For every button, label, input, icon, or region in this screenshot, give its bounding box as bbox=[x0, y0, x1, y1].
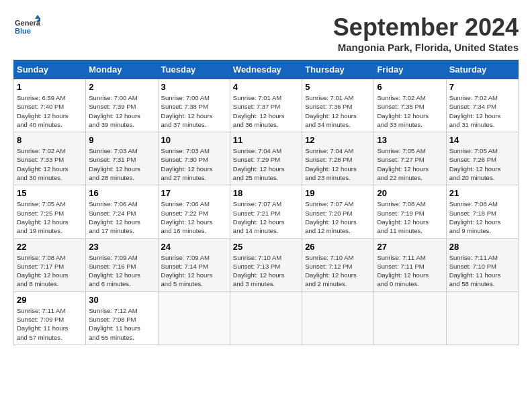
weekday-header: Saturday bbox=[446, 60, 518, 79]
weekday-header: Tuesday bbox=[158, 60, 230, 79]
calendar-day-cell: 5Sunrise: 7:01 AM Sunset: 7:36 PM Daylig… bbox=[302, 79, 374, 132]
calendar-day-cell: 17Sunrise: 7:06 AM Sunset: 7:22 PM Dayli… bbox=[158, 185, 230, 238]
calendar-day-cell: 15Sunrise: 7:05 AM Sunset: 7:25 PM Dayli… bbox=[14, 185, 86, 238]
calendar-day-cell: 4Sunrise: 7:01 AM Sunset: 7:37 PM Daylig… bbox=[230, 79, 302, 132]
calendar-day-cell: 8Sunrise: 7:02 AM Sunset: 7:33 PM Daylig… bbox=[14, 132, 86, 185]
svg-marker-2 bbox=[35, 15, 40, 19]
calendar-day-cell: 24Sunrise: 7:09 AM Sunset: 7:14 PM Dayli… bbox=[158, 238, 230, 291]
day-number: 4 bbox=[233, 82, 299, 92]
calendar-week-row: 22Sunrise: 7:08 AM Sunset: 7:17 PM Dayli… bbox=[14, 238, 519, 291]
calendar-header-row: SundayMondayTuesdayWednesdayThursdayFrid… bbox=[14, 60, 519, 79]
calendar-day-cell: 2Sunrise: 7:00 AM Sunset: 7:39 PM Daylig… bbox=[86, 79, 158, 132]
calendar-day-cell: 19Sunrise: 7:07 AM Sunset: 7:20 PM Dayli… bbox=[302, 185, 374, 238]
day-number: 1 bbox=[17, 82, 83, 92]
day-number: 14 bbox=[449, 135, 515, 145]
day-info: Sunrise: 7:10 AM Sunset: 7:12 PM Dayligh… bbox=[305, 253, 371, 289]
day-number: 3 bbox=[161, 82, 227, 92]
logo: General Blue bbox=[13, 13, 43, 40]
day-info: Sunrise: 7:05 AM Sunset: 7:26 PM Dayligh… bbox=[449, 146, 515, 182]
calendar-day-cell: 29Sunrise: 7:11 AM Sunset: 7:09 PM Dayli… bbox=[14, 291, 86, 345]
day-info: Sunrise: 7:09 AM Sunset: 7:16 PM Dayligh… bbox=[89, 253, 154, 289]
day-info: Sunrise: 7:05 AM Sunset: 7:27 PM Dayligh… bbox=[377, 146, 443, 182]
calendar-day-cell bbox=[446, 291, 518, 345]
day-info: Sunrise: 7:09 AM Sunset: 7:14 PM Dayligh… bbox=[161, 253, 227, 289]
day-info: Sunrise: 7:07 AM Sunset: 7:21 PM Dayligh… bbox=[233, 199, 299, 235]
weekday-header: Wednesday bbox=[230, 60, 302, 79]
calendar-week-row: 1Sunrise: 6:59 AM Sunset: 7:40 PM Daylig… bbox=[14, 79, 519, 132]
day-info: Sunrise: 6:59 AM Sunset: 7:40 PM Dayligh… bbox=[17, 93, 83, 129]
day-info: Sunrise: 7:04 AM Sunset: 7:28 PM Dayligh… bbox=[305, 146, 371, 182]
day-info: Sunrise: 7:01 AM Sunset: 7:36 PM Dayligh… bbox=[305, 93, 371, 129]
day-info: Sunrise: 7:00 AM Sunset: 7:38 PM Dayligh… bbox=[161, 93, 227, 129]
day-number: 18 bbox=[233, 188, 299, 198]
calendar-day-cell bbox=[230, 291, 302, 345]
calendar-day-cell: 22Sunrise: 7:08 AM Sunset: 7:17 PM Dayli… bbox=[14, 238, 86, 291]
calendar-day-cell: 3Sunrise: 7:00 AM Sunset: 7:38 PM Daylig… bbox=[158, 79, 230, 132]
day-number: 27 bbox=[377, 242, 443, 252]
day-number: 17 bbox=[161, 188, 227, 198]
calendar-day-cell: 14Sunrise: 7:05 AM Sunset: 7:26 PM Dayli… bbox=[446, 132, 518, 185]
day-info: Sunrise: 7:01 AM Sunset: 7:37 PM Dayligh… bbox=[233, 93, 299, 129]
weekday-header: Sunday bbox=[14, 60, 86, 79]
weekday-header: Thursday bbox=[302, 60, 374, 79]
calendar-day-cell: 20Sunrise: 7:08 AM Sunset: 7:19 PM Dayli… bbox=[374, 185, 446, 238]
day-number: 8 bbox=[17, 135, 83, 145]
calendar-day-cell: 11Sunrise: 7:04 AM Sunset: 7:29 PM Dayli… bbox=[230, 132, 302, 185]
svg-text:Blue: Blue bbox=[15, 27, 31, 35]
day-number: 20 bbox=[377, 188, 443, 198]
day-number: 11 bbox=[233, 135, 299, 145]
calendar-day-cell: 12Sunrise: 7:04 AM Sunset: 7:28 PM Dayli… bbox=[302, 132, 374, 185]
day-info: Sunrise: 7:04 AM Sunset: 7:29 PM Dayligh… bbox=[233, 146, 299, 182]
day-info: Sunrise: 7:03 AM Sunset: 7:31 PM Dayligh… bbox=[89, 146, 154, 182]
calendar-day-cell: 13Sunrise: 7:05 AM Sunset: 7:27 PM Dayli… bbox=[374, 132, 446, 185]
day-info: Sunrise: 7:08 AM Sunset: 7:17 PM Dayligh… bbox=[17, 253, 83, 289]
day-number: 5 bbox=[305, 82, 371, 92]
day-info: Sunrise: 7:08 AM Sunset: 7:18 PM Dayligh… bbox=[449, 199, 515, 235]
calendar-day-cell bbox=[158, 291, 230, 345]
calendar-table: SundayMondayTuesdayWednesdayThursdayFrid… bbox=[13, 60, 519, 345]
day-info: Sunrise: 7:08 AM Sunset: 7:19 PM Dayligh… bbox=[377, 199, 443, 235]
calendar-day-cell: 21Sunrise: 7:08 AM Sunset: 7:18 PM Dayli… bbox=[446, 185, 518, 238]
title-section: September 2024 Mangonia Park, Florida, U… bbox=[333, 13, 519, 53]
calendar-day-cell: 1Sunrise: 6:59 AM Sunset: 7:40 PM Daylig… bbox=[14, 79, 86, 132]
calendar-day-cell: 23Sunrise: 7:09 AM Sunset: 7:16 PM Dayli… bbox=[86, 238, 158, 291]
day-number: 26 bbox=[305, 242, 371, 252]
day-info: Sunrise: 7:02 AM Sunset: 7:34 PM Dayligh… bbox=[449, 93, 515, 129]
location: Mangonia Park, Florida, United States bbox=[333, 42, 519, 53]
calendar-day-cell: 9Sunrise: 7:03 AM Sunset: 7:31 PM Daylig… bbox=[86, 132, 158, 185]
svg-text:General: General bbox=[15, 19, 40, 27]
day-info: Sunrise: 7:11 AM Sunset: 7:11 PM Dayligh… bbox=[377, 253, 443, 289]
day-number: 24 bbox=[161, 242, 227, 252]
day-info: Sunrise: 7:11 AM Sunset: 7:10 PM Dayligh… bbox=[449, 253, 515, 289]
calendar-week-row: 29Sunrise: 7:11 AM Sunset: 7:09 PM Dayli… bbox=[14, 291, 519, 345]
day-info: Sunrise: 7:05 AM Sunset: 7:25 PM Dayligh… bbox=[17, 199, 83, 235]
day-number: 28 bbox=[449, 242, 515, 252]
day-number: 29 bbox=[17, 295, 83, 305]
day-number: 23 bbox=[89, 242, 154, 252]
day-number: 6 bbox=[377, 82, 443, 92]
calendar-day-cell: 25Sunrise: 7:10 AM Sunset: 7:13 PM Dayli… bbox=[230, 238, 302, 291]
weekday-header: Monday bbox=[86, 60, 158, 79]
day-number: 25 bbox=[233, 242, 299, 252]
calendar-day-cell: 30Sunrise: 7:12 AM Sunset: 7:08 PM Dayli… bbox=[86, 291, 158, 345]
day-number: 30 bbox=[89, 295, 154, 305]
day-info: Sunrise: 7:11 AM Sunset: 7:09 PM Dayligh… bbox=[17, 306, 83, 342]
day-info: Sunrise: 7:10 AM Sunset: 7:13 PM Dayligh… bbox=[233, 253, 299, 289]
day-info: Sunrise: 7:03 AM Sunset: 7:30 PM Dayligh… bbox=[161, 146, 227, 182]
logo-icon: General Blue bbox=[13, 13, 40, 40]
day-number: 19 bbox=[305, 188, 371, 198]
calendar-day-cell: 7Sunrise: 7:02 AM Sunset: 7:34 PM Daylig… bbox=[446, 79, 518, 132]
day-number: 16 bbox=[89, 188, 154, 198]
day-info: Sunrise: 7:02 AM Sunset: 7:33 PM Dayligh… bbox=[17, 146, 83, 182]
day-info: Sunrise: 7:06 AM Sunset: 7:24 PM Dayligh… bbox=[89, 199, 154, 235]
calendar-day-cell bbox=[374, 291, 446, 345]
day-number: 22 bbox=[17, 242, 83, 252]
day-number: 9 bbox=[89, 135, 154, 145]
day-number: 12 bbox=[305, 135, 371, 145]
weekday-header: Friday bbox=[374, 60, 446, 79]
day-number: 13 bbox=[377, 135, 443, 145]
calendar-day-cell: 18Sunrise: 7:07 AM Sunset: 7:21 PM Dayli… bbox=[230, 185, 302, 238]
month-title: September 2024 bbox=[333, 13, 519, 42]
day-number: 10 bbox=[161, 135, 227, 145]
calendar-day-cell: 10Sunrise: 7:03 AM Sunset: 7:30 PM Dayli… bbox=[158, 132, 230, 185]
